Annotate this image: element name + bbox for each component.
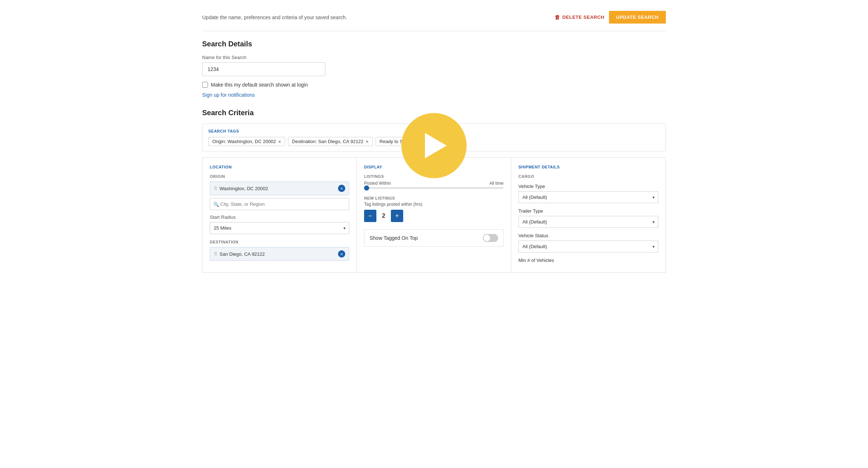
new-listings-label: NEW LISTINGS [364, 196, 504, 200]
search-tags-label: SEARCH TAGS [208, 129, 660, 133]
search-details-section: Search Details Name for this Search Make… [202, 40, 666, 98]
posted-within-label: Posted Within [364, 181, 391, 186]
shipment-section-label: SHIPMENT DETAILS [518, 165, 658, 169]
drag-icon-destination: ⠿ [214, 251, 217, 257]
delete-search-button[interactable]: 🗑 DELETE SEARCH [555, 14, 605, 20]
show-tagged-toggle-row: Show Tagged On Top [364, 229, 504, 247]
city-search-icon: 🔍 [213, 201, 219, 207]
default-checkbox-label[interactable]: Make this my default search shown at log… [211, 82, 308, 88]
stepper-minus-button[interactable]: − [364, 210, 376, 222]
start-radius-select-wrapper: 25 Miles 50 Miles 100 Miles 200 Miles ▾ [210, 222, 349, 234]
city-search-input[interactable] [210, 198, 349, 210]
shipment-panel: SHIPMENT DETAILS CARGO Vehicle Type All … [511, 158, 665, 272]
search-name-input[interactable] [202, 62, 325, 76]
posted-within-value: All time [489, 181, 504, 186]
start-radius-select[interactable]: 25 Miles 50 Miles 100 Miles 200 Miles [210, 222, 349, 234]
drag-icon-origin: ⠿ [214, 186, 217, 191]
tag-remove-2[interactable]: × [366, 139, 368, 144]
tag-hrs-label: Tag listings posted within (hrs) [364, 202, 504, 207]
display-panel: DISPLAY LISTINGS Posted Within All time … [357, 158, 511, 272]
origin-label: ORIGIN [210, 174, 349, 179]
destination-tag-text: San Diego, CA 92122 [220, 251, 265, 257]
posted-within-track [364, 187, 504, 189]
city-search-row: 🔍 [210, 198, 349, 210]
stepper-value: 2 [380, 213, 387, 219]
tag-remove-1[interactable]: × [278, 139, 281, 144]
destination-remove-button[interactable]: × [338, 250, 345, 258]
show-tagged-toggle[interactable] [483, 234, 498, 242]
page-description: Update the name, preferences and criteri… [202, 14, 347, 20]
vehicle-status-label: Vehicle Status [518, 233, 658, 238]
name-field-label: Name for this Search [202, 55, 666, 60]
trailer-type-label: Trailer Type [518, 208, 658, 214]
trailer-type-select[interactable]: All (Default) [518, 216, 658, 228]
tag-chip-1: Origin: Washington, DC 20002 × [208, 137, 285, 146]
listings-label: LISTINGS [364, 174, 504, 179]
tag-text-3: Ready to Ship... [380, 139, 413, 144]
location-panel: LOCATION ORIGIN ⠿ Washington, DC 20002 ×… [203, 158, 357, 272]
toggle-slider [483, 234, 498, 242]
search-criteria-title: Search Criteria [202, 109, 666, 117]
vehicle-status-select[interactable]: All (Default) [518, 241, 658, 252]
top-bar: Update the name, preferences and criteri… [202, 11, 666, 24]
tag-chip-2: Destination: San Diego, CA 92122 × [288, 137, 373, 146]
tag-remove-3[interactable]: × [415, 139, 418, 144]
cargo-label: CARGO [518, 174, 658, 179]
top-bar-actions: 🗑 DELETE SEARCH UPDATE SEARCH [555, 11, 666, 24]
tag-chip-3: Ready to Ship... × [376, 137, 422, 146]
start-radius-label: Start Radius [210, 214, 349, 220]
criteria-panels: LOCATION ORIGIN ⠿ Washington, DC 20002 ×… [202, 157, 666, 273]
default-search-checkbox[interactable] [202, 82, 208, 88]
update-search-button[interactable]: UPDATE SEARCH [609, 11, 666, 24]
vehicle-type-label: Vehicle Type [518, 184, 658, 189]
top-divider [202, 31, 666, 31]
stepper-row: − 2 + [364, 210, 504, 222]
vehicle-status-select-wrapper: All (Default) ▾ [518, 241, 658, 252]
search-criteria-section: Search Criteria SEARCH TAGS Origin: Wash… [202, 109, 666, 273]
trash-icon: 🗑 [555, 14, 560, 20]
default-checkbox-row: Make this my default search shown at log… [202, 82, 666, 88]
tag-text-1: Origin: Washington, DC 20002 [212, 139, 276, 144]
trailer-type-select-wrapper: All (Default) ▾ [518, 216, 658, 228]
display-section-label: DISPLAY [364, 165, 504, 169]
search-tags-box: SEARCH TAGS Origin: Washington, DC 20002… [202, 124, 666, 151]
min-vehicles-label: Min # of Vehicles [518, 258, 658, 263]
vehicle-type-select-wrapper: All (Default) ▾ [518, 191, 658, 203]
tag-text-2: Destination: San Diego, CA 92122 [292, 139, 363, 144]
tags-row: Origin: Washington, DC 20002 × Destinati… [208, 137, 660, 146]
posted-within-thumb[interactable] [364, 185, 369, 191]
stepper-plus-button[interactable]: + [391, 210, 403, 222]
origin-tag: ⠿ Washington, DC 20002 × [210, 181, 349, 195]
destination-label: DESTINATION [210, 240, 349, 244]
show-tagged-label: Show Tagged On Top [370, 235, 418, 241]
vehicle-type-select[interactable]: All (Default) [518, 191, 658, 203]
origin-remove-button[interactable]: × [338, 185, 345, 192]
location-section-label: LOCATION [210, 165, 349, 169]
notifications-link[interactable]: Sign up for notifications [202, 92, 255, 98]
origin-tag-text: Washington, DC 20002 [220, 186, 268, 191]
destination-tag: ⠿ San Diego, CA 92122 × [210, 247, 349, 261]
search-details-title: Search Details [202, 40, 666, 48]
